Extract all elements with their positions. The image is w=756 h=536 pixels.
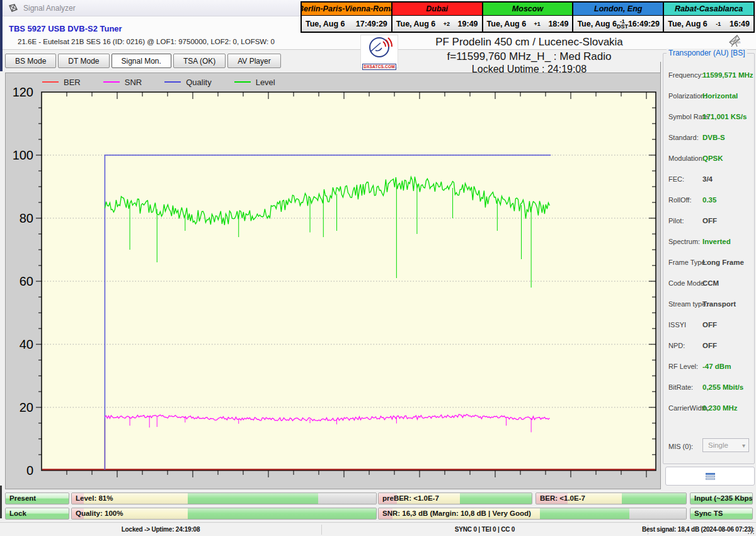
legend-item-snr: SNR (103, 78, 142, 87)
transponder-row-label: RollOff: (668, 196, 691, 204)
transponder-row-value: DVB-S (702, 134, 725, 141)
gauge-present: Present (5, 492, 69, 504)
transponder-row: Symbol Rate:171,001 KS/s (663, 113, 754, 122)
gauge-syncts: Sync TS (690, 508, 753, 520)
window-title: Signal Analyzer (23, 4, 76, 13)
mode-tabs: BS ModeDT ModeSignal Mon.TSA (OK)AV Play… (5, 54, 281, 68)
clock-city-label: London, Eng (573, 3, 663, 16)
transponder-panel-title: Transponder (AU) [BS] (667, 49, 747, 57)
transponder-row-value: 0,230 MHz (702, 404, 738, 412)
transponder-row-label: ISSYI (668, 321, 686, 329)
transponder-panel: Transponder (AU) [BS] MIS (0): Single ▾ … (663, 53, 755, 464)
transponder-row-value: OFF (702, 217, 717, 224)
gauge-label: Sync TS (694, 508, 723, 519)
clock-city-label: Dubai (392, 3, 482, 16)
transponder-row-label: Polarization: (668, 92, 707, 100)
gauge-preber: preBER: <1.0E-7 (378, 492, 532, 504)
legend-label: Quality (186, 78, 211, 87)
tab-label: AV Player (238, 57, 270, 66)
svg-text:0: 0 (26, 463, 33, 477)
chart-legend: BERSNRQualityLevel (42, 76, 275, 88)
gauge-label: SNR: 16,3 dB (Margin: 10,8 dB | Very Goo… (382, 508, 531, 519)
clock-column: Rabat-CasablancaTue, Aug 6-116:49 (663, 3, 753, 32)
frequency-service-line: f=11599,760 MHz_H_ : Med Radio (391, 50, 668, 63)
transponder-row-value: 171,001 KS/s (702, 113, 747, 120)
clock-utc-offset: -1DST (617, 19, 628, 29)
svg-text:80: 80 (20, 211, 33, 225)
transponder-row-value: 11599,571 MHz (702, 71, 753, 79)
svg-text:20: 20 (20, 400, 33, 414)
transponder-row-label: NPD: (668, 342, 685, 349)
clock-column: MoscowTue, Aug 6+118:49 (482, 3, 573, 32)
clock-city-label: Rabat-Casablanca (664, 3, 753, 16)
transponder-row-label: Pilot: (668, 217, 684, 224)
clock-utc-offset: +1 (534, 21, 541, 26)
satellite-info: 21.6E - Eutelsat 21B SES 16 (ID: 0216) @… (18, 38, 275, 45)
clock-time: 16:49:29 (628, 20, 660, 28)
mis-dropdown-value: Single (708, 441, 728, 449)
transponder-row: ISSYIOFF (663, 321, 754, 330)
svg-text:120: 120 (13, 85, 33, 99)
transponder-row-value: QPSK (702, 154, 723, 162)
clock-city-label: Moscow (483, 3, 573, 16)
transponder-row: RollOff:0.35 (663, 196, 754, 205)
dxsatcs-logo-text: DXSATCS.COM (362, 64, 396, 70)
transponder-row: Modulation:QPSK (663, 154, 754, 163)
transponder-row: RF Level:-47 dBm (663, 363, 754, 371)
transponder-row: Frame Type:Long Frame (663, 259, 754, 267)
legend-item-level: Level (234, 78, 275, 87)
antenna-location-line: PF Prodelin 450 cm / Lucenec-Slovakia (391, 36, 668, 49)
transponder-row: Pilot:OFF (663, 217, 754, 226)
clock-column: London, EngTue, Aug 6-1DST16:49:29 (572, 3, 663, 32)
statusbar-lock-uptime: Locked -> Uptime: 24:19:08 (0, 523, 321, 536)
transponder-row-value: OFF (702, 321, 717, 329)
statusbar: Locked -> Uptime: 24:19:08 SYNC 0 | TEI … (0, 522, 756, 536)
clock-time: 19:49 (458, 20, 478, 28)
clock-time-row: Tue, Aug 6+219:49 (392, 16, 482, 32)
stream-list-button[interactable] (665, 467, 755, 486)
resize-grip[interactable] (746, 526, 754, 534)
gauge-input: Input (~235 Kbps) (690, 492, 753, 504)
tab-label: TSA (OK) (183, 57, 215, 66)
tab-bs-mode[interactable]: BS Mode (5, 54, 56, 68)
tab-tsa-ok[interactable]: TSA (OK) (173, 54, 226, 68)
background-window-edge-bottom (0, 486, 2, 518)
tab-label: Signal Mon. (122, 57, 161, 66)
svg-text:60: 60 (20, 274, 33, 288)
signal-chart: 120100806040200 (6, 73, 660, 489)
gauge-label: Present (9, 493, 36, 504)
world-clock-panel: Berlin-Paris-Vienna-RomaTue, Aug 617:49:… (301, 1, 755, 33)
clock-column: Berlin-Paris-Vienna-RomaTue, Aug 617:49:… (302, 3, 391, 32)
transponder-row-label: RF Level: (668, 363, 698, 370)
legend-swatch (164, 81, 181, 83)
dxsatcs-logo: DXSATCS.COM (360, 35, 398, 68)
gauge-label: BER: <1.0E-7 (540, 493, 585, 504)
tab-dt-mode[interactable]: DT Mode (58, 54, 109, 68)
clock-time-row: Tue, Aug 617:49:29 (302, 16, 391, 32)
app-icon (8, 3, 18, 13)
transponder-row-label: Spectrum: (668, 238, 700, 245)
mis-dropdown[interactable]: Single ▾ (702, 438, 749, 452)
stream-stack-icon (706, 473, 715, 480)
gauge-label: Level: 81% (76, 493, 113, 504)
gauge-quality: Quality: 100% (71, 508, 377, 520)
transponder-row-value: OFF (702, 342, 717, 349)
gauge-label: Input (~235 Kbps) (694, 493, 753, 504)
signal-chart-widget: BERSNRQualityLevel 120100806040200 (5, 73, 661, 489)
transponder-row-label: BitRate: (668, 383, 693, 391)
transponder-row-label: Standard: (668, 134, 699, 141)
clock-utc-offset: +2 (444, 21, 450, 26)
transponder-row-label: Frame Type: (668, 259, 707, 266)
clock-column: DubaiTue, Aug 6+219:49 (391, 3, 482, 32)
clock-time-row: Tue, Aug 6-116:49 (664, 16, 753, 32)
clock-time: 17:49:29 (356, 20, 387, 28)
tab-av-player[interactable]: AV Player (227, 54, 280, 68)
transponder-row: CarrierWidth:0,230 MHz (663, 404, 754, 413)
transponder-row: Code Mode:CCM (663, 279, 754, 288)
clock-utc-offset: -1 (716, 21, 721, 26)
gauge-level: Level: 81% (71, 492, 377, 504)
transponder-row: NPD:OFF (663, 342, 754, 351)
chevron-down-icon: ▾ (742, 442, 745, 449)
tab-signal-mon[interactable]: Signal Mon. (112, 54, 171, 68)
legend-item-ber: BER (42, 78, 81, 87)
